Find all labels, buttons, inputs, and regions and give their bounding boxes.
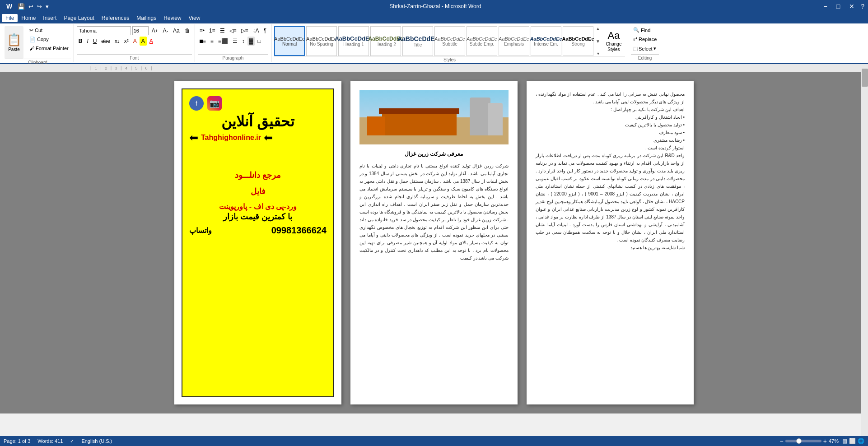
page-info: Page: 1 of 3 bbox=[4, 438, 30, 444]
sort-btn[interactable]: ↕A bbox=[251, 26, 261, 35]
web-layout-btn[interactable]: 🌐 bbox=[858, 438, 864, 444]
font-size-selector[interactable] bbox=[132, 26, 149, 35]
menu-view[interactable]: View bbox=[185, 14, 204, 22]
style-strong[interactable]: AaBbCcDdEe Strong bbox=[563, 26, 593, 56]
align-right-btn[interactable]: ≡⬛ bbox=[216, 37, 230, 46]
gallery-expand-btn[interactable]: ▾ bbox=[595, 51, 601, 56]
print-layout-btn[interactable]: ▤ bbox=[842, 438, 847, 444]
ruler: | 1 | 2 | 3 | 4 | 5 | 6 | bbox=[0, 64, 868, 72]
subscript-btn[interactable]: x₂ bbox=[113, 37, 121, 46]
align-center-btn[interactable]: ≡ bbox=[209, 37, 215, 46]
bold-btn[interactable]: B bbox=[77, 37, 84, 46]
style-intense-em[interactable]: AaBbCcDdEe Intense Em. bbox=[531, 26, 561, 56]
italic-btn[interactable]: I bbox=[85, 37, 90, 46]
scroll-thumb[interactable] bbox=[862, 69, 868, 87]
style-no-spacing[interactable]: AaBbCcDdEe No Spacing bbox=[306, 26, 337, 56]
font-grow-btn[interactable]: A+ bbox=[150, 26, 160, 35]
menu-review[interactable]: Review bbox=[160, 14, 185, 22]
styles-row: AaBbCcDdEe Normal AaBbCcDdEe No Spacing … bbox=[274, 26, 625, 56]
change-case-btn[interactable]: Aa bbox=[171, 26, 182, 35]
styles-group-label: Styles bbox=[274, 56, 625, 62]
window-controls: − □ ✕ ? bbox=[821, 2, 864, 11]
clear-format-btn[interactable]: 🗑 bbox=[183, 26, 192, 35]
bullets-btn[interactable]: ≡• bbox=[198, 26, 206, 35]
styles-group: AaBbCcDdEe Normal AaBbCcDdEe No Spacing … bbox=[271, 24, 628, 62]
format-painter-button[interactable]: 🖌 Format Painter bbox=[27, 44, 71, 52]
font-color-btn[interactable]: A bbox=[148, 37, 155, 46]
close-btn[interactable]: ✕ bbox=[846, 2, 857, 11]
help-btn[interactable]: ? bbox=[861, 2, 864, 11]
change-styles-label: Change Styles bbox=[605, 42, 623, 52]
style-heading1-label: Heading 1 bbox=[343, 42, 364, 47]
full-screen-btn[interactable]: ⬜ bbox=[849, 438, 856, 444]
text-effects-btn[interactable]: A bbox=[131, 37, 139, 46]
line-spacing-btn[interactable]: ↕ bbox=[240, 37, 247, 46]
decrease-indent-btn[interactable]: ◁≡ bbox=[228, 26, 238, 35]
style-subtle-emp[interactable]: AaBbCcDdEe Subtle Emp. bbox=[467, 26, 497, 56]
menu-file[interactable]: File bbox=[2, 14, 18, 22]
editing-group-label: Editing bbox=[631, 54, 659, 60]
align-left-btn[interactable]: ⬛︎≡ bbox=[198, 37, 208, 46]
copy-button[interactable]: 📄 Copy bbox=[27, 35, 71, 43]
menu-mailings[interactable]: Mailings bbox=[133, 14, 160, 22]
increase-indent-btn[interactable]: ▷≡ bbox=[239, 26, 250, 35]
gallery-up-btn[interactable]: ▲ bbox=[595, 26, 601, 31]
customize-quick-btn[interactable]: ▾ bbox=[45, 3, 50, 10]
undo-quick-btn[interactable]: ↩ bbox=[28, 3, 34, 10]
ad-website: Tahghighonline.ir bbox=[201, 134, 261, 142]
change-styles-button[interactable]: Aa Change Styles bbox=[602, 26, 625, 56]
menu-insert[interactable]: Insert bbox=[39, 14, 60, 22]
borders-btn[interactable]: □ bbox=[256, 37, 262, 46]
minimize-btn[interactable]: − bbox=[821, 2, 830, 11]
menu-page-layout[interactable]: Page Layout bbox=[60, 14, 98, 22]
zoom-out-btn[interactable]: − bbox=[780, 437, 784, 445]
facebook-icon: f bbox=[189, 96, 204, 111]
vertical-scrollbar[interactable] bbox=[861, 64, 868, 436]
paste-button[interactable]: 📋 Paste bbox=[5, 26, 23, 59]
font-family-selector[interactable] bbox=[77, 26, 131, 35]
style-title[interactable]: AaBbCcDdEe Title bbox=[402, 26, 433, 56]
style-heading2[interactable]: AaBbCcDdEe Heading 2 bbox=[370, 26, 401, 56]
scissors-icon: ✂ bbox=[29, 28, 33, 33]
title-bar: W 💾 ↩ ↪ ▾ Shrkat-Zarrin-Ghazal - Microso… bbox=[0, 0, 868, 13]
style-normal[interactable]: AaBbCcDdEe Normal bbox=[274, 26, 305, 56]
style-subtitle[interactable]: AaBbCcDdEe Subtitle bbox=[434, 26, 465, 56]
superscript-btn[interactable]: x² bbox=[122, 37, 131, 46]
underline-btn[interactable]: U bbox=[91, 37, 99, 46]
show-formatting-btn[interactable]: ¶ bbox=[262, 26, 268, 35]
menu-home[interactable]: Home bbox=[18, 14, 39, 22]
zoom-in-btn[interactable]: + bbox=[823, 437, 827, 445]
document-area: 📷 f تحقیق آنلاین ⬅ Tahghighonline.ir ⬅ م… bbox=[0, 72, 868, 413]
redo-quick-btn[interactable]: ↪ bbox=[36, 3, 43, 10]
style-emphasis[interactable]: AaBbCcDdEe Emphasis bbox=[499, 26, 529, 56]
small-building bbox=[367, 116, 385, 135]
style-heading1[interactable]: AaBbCcDdEe Heading 1 bbox=[338, 26, 369, 56]
highlight-btn[interactable]: A bbox=[140, 37, 147, 46]
find-button[interactable]: 🔍 Find bbox=[631, 26, 659, 34]
view-buttons: ▤ ⬜ 🌐 bbox=[842, 438, 864, 444]
ad-phone: 09981366624 bbox=[271, 225, 327, 236]
strikethrough-btn[interactable]: abc bbox=[99, 37, 112, 46]
gallery-down-btn[interactable]: ▼ bbox=[595, 39, 601, 44]
menu-references[interactable]: References bbox=[98, 14, 133, 22]
style-intense-em-label: Intense Em. bbox=[534, 42, 558, 46]
justify-btn[interactable]: ☰ bbox=[231, 37, 239, 46]
numbering-btn[interactable]: 1≡ bbox=[207, 26, 217, 35]
font-shrink-btn[interactable]: A- bbox=[161, 26, 170, 35]
cut-button[interactable]: ✂ Cut bbox=[27, 26, 71, 34]
maximize-btn[interactable]: □ bbox=[834, 2, 843, 11]
zoom-slider[interactable] bbox=[785, 440, 821, 442]
style-subtle-emp-preview: AaBbCcDdEe bbox=[467, 36, 497, 42]
style-strong-label: Strong bbox=[571, 42, 584, 46]
zoom-handle[interactable] bbox=[796, 438, 802, 444]
multilevel-btn[interactable]: ☰ bbox=[218, 26, 227, 35]
text-page: محصول نهایی نقش به سزایی را ایفا می کند … bbox=[536, 90, 685, 251]
select-button[interactable]: ⬚ Select ▾ bbox=[631, 44, 659, 53]
replace-button[interactable]: ⇄ Replace bbox=[631, 35, 659, 43]
save-quick-btn[interactable]: 💾 bbox=[17, 3, 26, 10]
company-text: شرکت زرین غزال تولید کننده انواع بستنی ب… bbox=[359, 162, 509, 262]
page-1: 📷 f تحقیق آنلاین ⬅ Tahghighonline.ir ⬅ م… bbox=[174, 81, 341, 404]
shading-btn[interactable]: ▓ bbox=[247, 37, 255, 46]
ad-body1: مرجع دانلـــود bbox=[189, 170, 327, 181]
company-title: معرفی شرکت زرین غزال bbox=[359, 150, 509, 158]
